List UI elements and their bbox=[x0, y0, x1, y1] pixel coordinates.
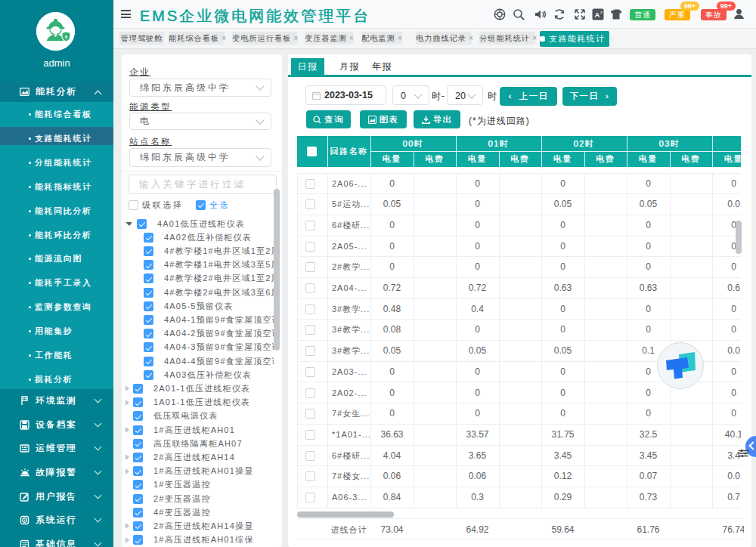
svg-text:A: A bbox=[595, 11, 600, 19]
svg-text:z: z bbox=[600, 10, 603, 14]
